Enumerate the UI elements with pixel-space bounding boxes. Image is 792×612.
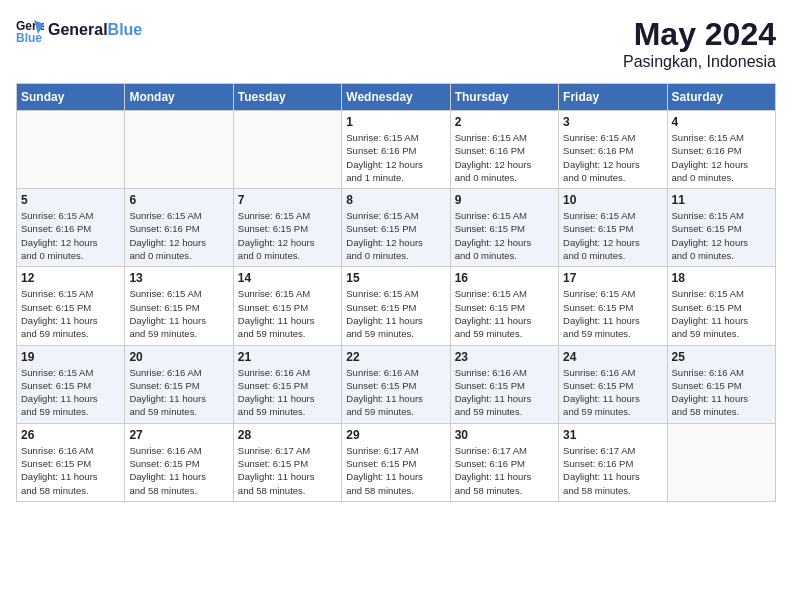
day-number: 27 — [129, 428, 228, 442]
day-number: 26 — [21, 428, 120, 442]
calendar-day-cell: 10Sunrise: 6:15 AM Sunset: 6:15 PM Dayli… — [559, 189, 667, 267]
day-info: Sunrise: 6:16 AM Sunset: 6:15 PM Dayligh… — [455, 366, 554, 419]
day-info: Sunrise: 6:16 AM Sunset: 6:15 PM Dayligh… — [129, 366, 228, 419]
calendar-day-cell: 26Sunrise: 6:16 AM Sunset: 6:15 PM Dayli… — [17, 423, 125, 501]
day-number: 23 — [455, 350, 554, 364]
calendar-day-cell: 14Sunrise: 6:15 AM Sunset: 6:15 PM Dayli… — [233, 267, 341, 345]
calendar-day-cell: 16Sunrise: 6:15 AM Sunset: 6:15 PM Dayli… — [450, 267, 558, 345]
weekday-header-friday: Friday — [559, 84, 667, 111]
day-number: 17 — [563, 271, 662, 285]
weekday-header-tuesday: Tuesday — [233, 84, 341, 111]
calendar-day-cell: 8Sunrise: 6:15 AM Sunset: 6:15 PM Daylig… — [342, 189, 450, 267]
day-number: 9 — [455, 193, 554, 207]
calendar-week-row: 5Sunrise: 6:15 AM Sunset: 6:16 PM Daylig… — [17, 189, 776, 267]
day-info: Sunrise: 6:15 AM Sunset: 6:15 PM Dayligh… — [563, 287, 662, 340]
day-number: 31 — [563, 428, 662, 442]
day-number: 11 — [672, 193, 771, 207]
weekday-header-saturday: Saturday — [667, 84, 775, 111]
calendar-day-cell: 11Sunrise: 6:15 AM Sunset: 6:15 PM Dayli… — [667, 189, 775, 267]
calendar-day-cell: 22Sunrise: 6:16 AM Sunset: 6:15 PM Dayli… — [342, 345, 450, 423]
day-number: 2 — [455, 115, 554, 129]
calendar-day-cell — [667, 423, 775, 501]
location: Pasingkan, Indonesia — [623, 53, 776, 71]
day-info: Sunrise: 6:15 AM Sunset: 6:15 PM Dayligh… — [129, 287, 228, 340]
day-info: Sunrise: 6:15 AM Sunset: 6:15 PM Dayligh… — [672, 287, 771, 340]
calendar-day-cell: 21Sunrise: 6:16 AM Sunset: 6:15 PM Dayli… — [233, 345, 341, 423]
calendar-day-cell: 4Sunrise: 6:15 AM Sunset: 6:16 PM Daylig… — [667, 111, 775, 189]
day-info: Sunrise: 6:15 AM Sunset: 6:15 PM Dayligh… — [238, 287, 337, 340]
day-info: Sunrise: 6:15 AM Sunset: 6:15 PM Dayligh… — [563, 209, 662, 262]
calendar-day-cell: 3Sunrise: 6:15 AM Sunset: 6:16 PM Daylig… — [559, 111, 667, 189]
title-block: May 2024 Pasingkan, Indonesia — [623, 16, 776, 71]
weekday-header-monday: Monday — [125, 84, 233, 111]
day-info: Sunrise: 6:16 AM Sunset: 6:15 PM Dayligh… — [563, 366, 662, 419]
calendar-day-cell: 24Sunrise: 6:16 AM Sunset: 6:15 PM Dayli… — [559, 345, 667, 423]
day-number: 8 — [346, 193, 445, 207]
day-number: 22 — [346, 350, 445, 364]
calendar-day-cell: 31Sunrise: 6:17 AM Sunset: 6:16 PM Dayli… — [559, 423, 667, 501]
day-info: Sunrise: 6:15 AM Sunset: 6:16 PM Dayligh… — [129, 209, 228, 262]
day-info: Sunrise: 6:15 AM Sunset: 6:16 PM Dayligh… — [21, 209, 120, 262]
calendar-day-cell — [233, 111, 341, 189]
calendar-day-cell: 17Sunrise: 6:15 AM Sunset: 6:15 PM Dayli… — [559, 267, 667, 345]
day-info: Sunrise: 6:17 AM Sunset: 6:15 PM Dayligh… — [238, 444, 337, 497]
day-info: Sunrise: 6:17 AM Sunset: 6:16 PM Dayligh… — [563, 444, 662, 497]
calendar-week-row: 12Sunrise: 6:15 AM Sunset: 6:15 PM Dayli… — [17, 267, 776, 345]
day-info: Sunrise: 6:15 AM Sunset: 6:15 PM Dayligh… — [455, 209, 554, 262]
day-number: 30 — [455, 428, 554, 442]
day-info: Sunrise: 6:16 AM Sunset: 6:15 PM Dayligh… — [238, 366, 337, 419]
calendar-day-cell: 27Sunrise: 6:16 AM Sunset: 6:15 PM Dayli… — [125, 423, 233, 501]
day-number: 6 — [129, 193, 228, 207]
day-number: 1 — [346, 115, 445, 129]
day-info: Sunrise: 6:15 AM Sunset: 6:15 PM Dayligh… — [21, 287, 120, 340]
day-info: Sunrise: 6:17 AM Sunset: 6:15 PM Dayligh… — [346, 444, 445, 497]
day-number: 13 — [129, 271, 228, 285]
calendar-day-cell: 2Sunrise: 6:15 AM Sunset: 6:16 PM Daylig… — [450, 111, 558, 189]
page-header: General Blue GeneralBlue May 2024 Pasing… — [16, 16, 776, 71]
day-info: Sunrise: 6:15 AM Sunset: 6:15 PM Dayligh… — [346, 209, 445, 262]
day-info: Sunrise: 6:15 AM Sunset: 6:15 PM Dayligh… — [672, 209, 771, 262]
day-info: Sunrise: 6:15 AM Sunset: 6:16 PM Dayligh… — [455, 131, 554, 184]
day-info: Sunrise: 6:15 AM Sunset: 6:15 PM Dayligh… — [21, 366, 120, 419]
calendar-day-cell: 20Sunrise: 6:16 AM Sunset: 6:15 PM Dayli… — [125, 345, 233, 423]
logo: General Blue GeneralBlue — [16, 16, 142, 44]
calendar-day-cell: 23Sunrise: 6:16 AM Sunset: 6:15 PM Dayli… — [450, 345, 558, 423]
logo-icon: General Blue — [16, 16, 44, 44]
day-number: 15 — [346, 271, 445, 285]
calendar-day-cell — [17, 111, 125, 189]
calendar-day-cell: 9Sunrise: 6:15 AM Sunset: 6:15 PM Daylig… — [450, 189, 558, 267]
calendar-day-cell: 30Sunrise: 6:17 AM Sunset: 6:16 PM Dayli… — [450, 423, 558, 501]
day-info: Sunrise: 6:15 AM Sunset: 6:15 PM Dayligh… — [238, 209, 337, 262]
calendar-day-cell: 18Sunrise: 6:15 AM Sunset: 6:15 PM Dayli… — [667, 267, 775, 345]
day-info: Sunrise: 6:15 AM Sunset: 6:15 PM Dayligh… — [455, 287, 554, 340]
day-number: 25 — [672, 350, 771, 364]
calendar-day-cell: 1Sunrise: 6:15 AM Sunset: 6:16 PM Daylig… — [342, 111, 450, 189]
day-info: Sunrise: 6:16 AM Sunset: 6:15 PM Dayligh… — [129, 444, 228, 497]
day-number: 24 — [563, 350, 662, 364]
weekday-header-wednesday: Wednesday — [342, 84, 450, 111]
month-year: May 2024 — [623, 16, 776, 53]
calendar-week-row: 1Sunrise: 6:15 AM Sunset: 6:16 PM Daylig… — [17, 111, 776, 189]
day-number: 5 — [21, 193, 120, 207]
day-info: Sunrise: 6:17 AM Sunset: 6:16 PM Dayligh… — [455, 444, 554, 497]
day-info: Sunrise: 6:15 AM Sunset: 6:16 PM Dayligh… — [563, 131, 662, 184]
calendar-week-row: 19Sunrise: 6:15 AM Sunset: 6:15 PM Dayli… — [17, 345, 776, 423]
calendar-day-cell: 5Sunrise: 6:15 AM Sunset: 6:16 PM Daylig… — [17, 189, 125, 267]
calendar-day-cell: 6Sunrise: 6:15 AM Sunset: 6:16 PM Daylig… — [125, 189, 233, 267]
calendar-day-cell: 19Sunrise: 6:15 AM Sunset: 6:15 PM Dayli… — [17, 345, 125, 423]
day-number: 28 — [238, 428, 337, 442]
calendar-day-cell: 13Sunrise: 6:15 AM Sunset: 6:15 PM Dayli… — [125, 267, 233, 345]
day-number: 14 — [238, 271, 337, 285]
calendar-day-cell: 25Sunrise: 6:16 AM Sunset: 6:15 PM Dayli… — [667, 345, 775, 423]
day-number: 16 — [455, 271, 554, 285]
weekday-header-sunday: Sunday — [17, 84, 125, 111]
calendar-table: SundayMondayTuesdayWednesdayThursdayFrid… — [16, 83, 776, 502]
day-info: Sunrise: 6:16 AM Sunset: 6:15 PM Dayligh… — [346, 366, 445, 419]
calendar-week-row: 26Sunrise: 6:16 AM Sunset: 6:15 PM Dayli… — [17, 423, 776, 501]
calendar-day-cell: 28Sunrise: 6:17 AM Sunset: 6:15 PM Dayli… — [233, 423, 341, 501]
calendar-day-cell: 15Sunrise: 6:15 AM Sunset: 6:15 PM Dayli… — [342, 267, 450, 345]
day-number: 18 — [672, 271, 771, 285]
day-number: 4 — [672, 115, 771, 129]
calendar-day-cell: 7Sunrise: 6:15 AM Sunset: 6:15 PM Daylig… — [233, 189, 341, 267]
day-info: Sunrise: 6:15 AM Sunset: 6:16 PM Dayligh… — [672, 131, 771, 184]
